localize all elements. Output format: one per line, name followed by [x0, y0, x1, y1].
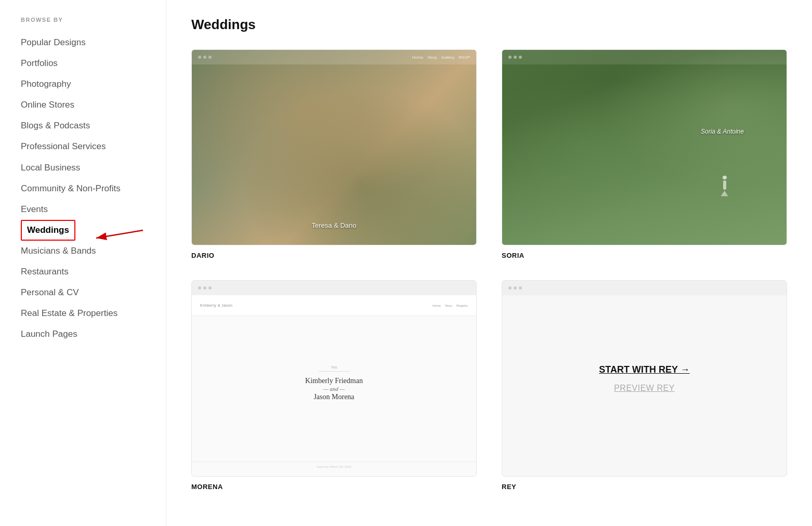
rey-background: START WITH REY → PREVIEW REY	[502, 281, 787, 476]
morena-dot-1	[198, 286, 201, 290]
rey-topbar	[502, 281, 787, 295]
rey-dot-3	[519, 286, 522, 290]
sidebar-item-weddings[interactable]: Weddings	[21, 220, 75, 241]
figure-skirt	[721, 191, 728, 196]
browser-dots-soria	[508, 56, 522, 59]
nav-item-2: Story	[427, 55, 437, 60]
browser-dot-3	[208, 56, 212, 59]
rey-preview-button[interactable]: PREVIEW REY	[614, 384, 675, 393]
morena-header-title: Kimberly & Jason	[200, 304, 232, 307]
figure-body	[723, 180, 726, 190]
sidebar-item-community-nonprofits[interactable]: Community & Non-Profits	[21, 178, 145, 199]
sidebar-item-blogs-podcasts[interactable]: Blogs & Podcasts	[21, 115, 145, 136]
sidebar: BROWSE BY Popular Designs Portfolios Pho…	[0, 0, 166, 526]
soria-dot-3	[519, 56, 522, 59]
rey-thumbnail: START WITH REY → PREVIEW REY	[502, 280, 787, 476]
morena-header: Kimberly & Jason Home Story Registry	[192, 295, 476, 316]
sidebar-item-popular-designs[interactable]: Popular Designs	[21, 32, 145, 53]
rey-dot-2	[514, 286, 517, 290]
browse-by-label: BROWSE BY	[21, 17, 145, 23]
sidebar-item-photography[interactable]: Photography	[21, 74, 145, 95]
browser-dots	[198, 56, 212, 59]
morena-name2-text: Jason Morena	[313, 392, 354, 402]
dario-name: DARIO	[191, 252, 477, 259]
morena-footer: Saturday March 08, 2025	[192, 462, 476, 472]
sidebar-item-professional-services[interactable]: Professional Services	[21, 136, 145, 157]
page-title: Weddings	[191, 17, 787, 33]
template-grid: Home Story Gallery RSVP Teresa & Dano DA…	[191, 49, 787, 491]
soria-name: SORIA	[502, 252, 787, 259]
nav-item-1: Home	[412, 55, 423, 60]
morena-small-text-1: You	[331, 365, 337, 369]
soria-dot-1	[508, 56, 512, 59]
morena-background: Kimberly & Jason Home Story Registry You…	[192, 281, 476, 476]
morena-and-text: — and —	[323, 386, 345, 392]
soria-background: Soria & Antoine	[502, 50, 787, 245]
morena-body: You Kimberly Friedman — and — Jason More…	[305, 355, 363, 402]
rey-dot-1	[508, 286, 512, 290]
template-card-rey[interactable]: START WITH REY → PREVIEW REY REY	[502, 280, 787, 490]
browser-nav: Home Story Gallery RSVP	[412, 55, 470, 60]
main-content: Weddings Home Story Gallery	[166, 0, 812, 526]
morena-thumbnail: Kimberly & Jason Home Story Registry You…	[191, 280, 477, 476]
template-card-morena[interactable]: Kimberly & Jason Home Story Registry You…	[191, 280, 477, 490]
sidebar-item-events[interactable]: Events	[21, 199, 145, 220]
sidebar-item-real-estate[interactable]: Real Estate & Properties	[21, 303, 145, 324]
browser-dot-1	[198, 56, 201, 59]
sidebar-item-local-business[interactable]: Local Business	[21, 157, 145, 178]
sidebar-item-musicians-bands[interactable]: Musicians & Bands	[21, 241, 145, 261]
morena-dot-2	[203, 286, 206, 290]
nav-item-4: RSVP	[459, 55, 470, 60]
morena-dot-3	[208, 286, 212, 290]
nav-item-3: Gallery	[441, 55, 454, 60]
soria-overlay-text: Soria & Antoine	[701, 128, 744, 135]
svg-line-1	[96, 230, 143, 238]
morena-header-nav: Home Story Registry	[433, 304, 468, 307]
morena-nav-2: Story	[445, 304, 452, 307]
rey-start-button[interactable]: START WITH REY →	[599, 364, 689, 375]
dario-overlay-text: Teresa & Dano	[312, 221, 357, 229]
template-card-soria[interactable]: Soria & Antoine SORIA	[502, 49, 787, 259]
morena-topbar	[192, 281, 476, 295]
sidebar-item-restaurants[interactable]: Restaurants	[21, 261, 145, 282]
sidebar-item-portfolios[interactable]: Portfolios	[21, 53, 145, 74]
dario-background: Home Story Gallery RSVP Teresa & Dano	[192, 50, 476, 245]
soria-topbar	[502, 50, 787, 64]
dario-topbar: Home Story Gallery RSVP	[192, 50, 476, 64]
morena-divider-1	[319, 371, 350, 372]
sidebar-item-personal-cv[interactable]: Personal & CV	[21, 282, 145, 303]
morena-footer-text: Saturday March 08, 2025	[317, 465, 351, 468]
soria-dot-2	[514, 56, 517, 59]
soria-thumbnail: Soria & Antoine	[502, 49, 787, 245]
morena-nav-1: Home	[433, 304, 441, 307]
sidebar-item-launch-pages[interactable]: Launch Pages	[21, 324, 145, 345]
rey-name-label: REY	[502, 483, 787, 491]
dario-thumbnail: Home Story Gallery RSVP Teresa & Dano	[191, 49, 477, 245]
morena-nav-3: Registry	[456, 304, 468, 307]
soria-figure	[719, 176, 730, 196]
browser-dot-2	[203, 56, 206, 59]
sidebar-item-online-stores[interactable]: Online Stores	[21, 95, 145, 115]
template-card-dario[interactable]: Home Story Gallery RSVP Teresa & Dano DA…	[191, 49, 477, 259]
morena-name-label: MORENA	[191, 483, 477, 491]
figure-head	[723, 176, 727, 179]
morena-name-text: Kimberly Friedman	[305, 376, 363, 386]
